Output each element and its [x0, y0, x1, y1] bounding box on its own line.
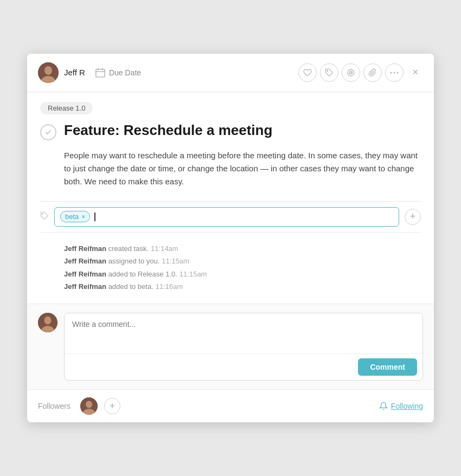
close-button[interactable]: × [408, 65, 423, 80]
svg-rect-3 [96, 69, 105, 77]
bell-icon [379, 402, 388, 410]
subtask-button[interactable] [342, 63, 360, 82]
timestamp: 11:14am [151, 245, 178, 253]
tags-input-area[interactable]: beta × [54, 207, 399, 227]
comment-box: Comment [64, 313, 423, 381]
avatar [38, 62, 59, 83]
task-title: Feature: Reschedule a meeting [64, 122, 272, 139]
text-cursor [94, 213, 95, 221]
complete-button[interactable] [40, 124, 56, 140]
tags-row: beta × + [40, 201, 421, 233]
activity-item: Jeff Reifman created task.11:14am [64, 242, 421, 255]
due-date-button[interactable]: Due Date [95, 67, 141, 78]
actor-name: Jeff Reifman [64, 270, 106, 278]
tag-icon [40, 211, 49, 222]
following-label: Following [391, 402, 423, 410]
beta-tag: beta × [60, 211, 90, 222]
actor-name: Jeff Reifman [64, 282, 106, 291]
release-badge: Release 1.0 [40, 102, 421, 122]
modal-body: Release 1.0 Feature: Reschedule a meetin… [27, 92, 434, 304]
svg-point-13 [396, 72, 398, 73]
svg-point-10 [350, 72, 351, 73]
task-modal: Jeff R Due Date [27, 54, 434, 423]
svg-point-7 [327, 70, 328, 71]
due-date-label: Due Date [109, 68, 141, 77]
svg-point-12 [393, 72, 395, 73]
attachment-button[interactable] [363, 63, 382, 82]
modal-header: Jeff R Due Date [27, 54, 434, 92]
task-description: People may want to reschedule a meeting … [64, 149, 421, 188]
followers-section: Followers + Following [27, 389, 434, 422]
comment-section: Comment [27, 304, 434, 389]
actor-name: Jeff Reifman [64, 257, 106, 265]
tag-button[interactable] [320, 63, 338, 82]
comment-footer: Comment [65, 353, 422, 380]
commenter-avatar [38, 313, 57, 332]
svg-point-11 [390, 72, 392, 73]
add-tag-button[interactable]: + [405, 209, 421, 225]
following-button[interactable]: Following [379, 402, 423, 410]
calendar-icon [95, 67, 106, 78]
svg-point-1 [44, 66, 52, 75]
tag-label: beta [65, 213, 79, 221]
svg-point-19 [86, 401, 92, 408]
activity-item: Jeff Reifman added to Release 1.0.11:15a… [64, 268, 421, 280]
actor-name: Jeff Reifman [64, 245, 106, 253]
more-button[interactable] [385, 63, 404, 82]
followers-label: Followers [38, 402, 71, 410]
svg-point-14 [42, 213, 43, 214]
comment-button[interactable]: Comment [358, 358, 417, 376]
remove-tag-button[interactable]: × [81, 214, 85, 220]
activity-item: Jeff Reifman added to beta.11:16am [64, 280, 421, 293]
activity-log: Jeff Reifman created task.11:14am Jeff R… [40, 242, 421, 304]
svg-point-16 [44, 317, 52, 325]
user-name: Jeff R [64, 68, 85, 77]
activity-item: Jeff Reifman assigned to you.11:15am [64, 255, 421, 267]
timestamp: 11:15am [162, 257, 189, 265]
comment-input[interactable] [65, 313, 422, 351]
header-actions [298, 63, 404, 82]
timestamp: 11:16am [156, 282, 183, 291]
like-button[interactable] [298, 63, 317, 82]
add-follower-button[interactable]: + [104, 398, 120, 414]
follower-avatar [80, 397, 98, 415]
timestamp: 11:15am [180, 270, 207, 278]
task-title-row: Feature: Reschedule a meeting [40, 122, 421, 140]
